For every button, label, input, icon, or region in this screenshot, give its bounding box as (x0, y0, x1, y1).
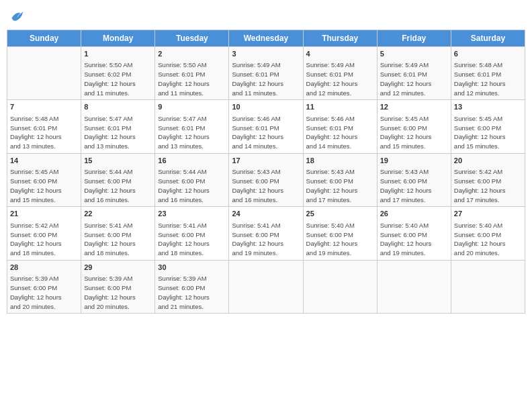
logo (7, 7, 28, 26)
weekday-header-cell: Friday (377, 30, 451, 47)
day-info: Sunrise: 5:50 AM Sunset: 6:01 PM Dayligh… (158, 60, 226, 97)
day-number: 2 (158, 49, 226, 59)
day-number: 25 (306, 209, 374, 219)
calendar-day-cell: 2Sunrise: 5:50 AM Sunset: 6:01 PM Daylig… (155, 47, 229, 100)
day-number: 12 (380, 102, 448, 112)
day-number: 9 (158, 102, 226, 112)
day-info: Sunrise: 5:47 AM Sunset: 6:01 PM Dayligh… (158, 114, 226, 151)
day-info: Sunrise: 5:49 AM Sunset: 6:01 PM Dayligh… (232, 60, 300, 97)
calendar-day-cell: 19Sunrise: 5:43 AM Sunset: 6:00 PM Dayli… (377, 153, 451, 206)
day-info: Sunrise: 5:41 AM Sunset: 6:00 PM Dayligh… (84, 221, 152, 258)
day-number: 18 (306, 156, 374, 166)
calendar-day-cell: 3Sunrise: 5:49 AM Sunset: 6:01 PM Daylig… (229, 47, 303, 100)
day-info: Sunrise: 5:45 AM Sunset: 6:00 PM Dayligh… (380, 114, 448, 151)
day-info: Sunrise: 5:46 AM Sunset: 6:01 PM Dayligh… (306, 114, 374, 151)
calendar-day-cell: 18Sunrise: 5:43 AM Sunset: 6:00 PM Dayli… (303, 153, 377, 206)
calendar-day-cell: 28Sunrise: 5:39 AM Sunset: 6:00 PM Dayli… (7, 260, 81, 313)
calendar-week-row: 1Sunrise: 5:50 AM Sunset: 6:02 PM Daylig… (7, 47, 525, 100)
weekday-header-cell: Wednesday (229, 30, 303, 47)
day-info: Sunrise: 5:39 AM Sunset: 6:00 PM Dayligh… (10, 274, 78, 311)
day-info: Sunrise: 5:45 AM Sunset: 6:00 PM Dayligh… (454, 114, 522, 151)
day-info: Sunrise: 5:41 AM Sunset: 6:00 PM Dayligh… (158, 221, 226, 258)
calendar-day-cell: 15Sunrise: 5:44 AM Sunset: 6:00 PM Dayli… (81, 153, 155, 206)
calendar-day-cell: 12Sunrise: 5:45 AM Sunset: 6:00 PM Dayli… (377, 100, 451, 153)
day-number: 1 (84, 49, 152, 59)
weekday-header-cell: Monday (81, 30, 155, 47)
calendar-day-cell: 27Sunrise: 5:40 AM Sunset: 6:00 PM Dayli… (451, 207, 525, 260)
day-number: 30 (158, 263, 226, 273)
day-number: 6 (454, 49, 522, 59)
day-info: Sunrise: 5:39 AM Sunset: 6:00 PM Dayligh… (158, 274, 226, 311)
calendar-day-cell (303, 260, 377, 313)
day-number: 13 (454, 102, 522, 112)
day-info: Sunrise: 5:40 AM Sunset: 6:00 PM Dayligh… (454, 221, 522, 258)
calendar-day-cell: 23Sunrise: 5:41 AM Sunset: 6:00 PM Dayli… (155, 207, 229, 260)
calendar-day-cell: 17Sunrise: 5:43 AM Sunset: 6:00 PM Dayli… (229, 153, 303, 206)
day-info: Sunrise: 5:49 AM Sunset: 6:01 PM Dayligh… (380, 60, 448, 97)
calendar-week-row: 14Sunrise: 5:45 AM Sunset: 6:00 PM Dayli… (7, 153, 525, 206)
weekday-header-cell: Saturday (451, 30, 525, 47)
calendar-day-cell: 24Sunrise: 5:41 AM Sunset: 6:00 PM Dayli… (229, 207, 303, 260)
calendar-table: SundayMondayTuesdayWednesdayThursdayFrid… (7, 30, 525, 314)
day-info: Sunrise: 5:50 AM Sunset: 6:02 PM Dayligh… (84, 60, 152, 97)
day-info: Sunrise: 5:39 AM Sunset: 6:00 PM Dayligh… (84, 274, 152, 311)
calendar-day-cell: 8Sunrise: 5:47 AM Sunset: 6:01 PM Daylig… (81, 100, 155, 153)
weekday-header-cell: Tuesday (155, 30, 229, 47)
day-info: Sunrise: 5:40 AM Sunset: 6:00 PM Dayligh… (306, 221, 374, 258)
day-info: Sunrise: 5:43 AM Sunset: 6:00 PM Dayligh… (306, 167, 374, 204)
day-number: 27 (454, 209, 522, 219)
calendar-day-cell: 22Sunrise: 5:41 AM Sunset: 6:00 PM Dayli… (81, 207, 155, 260)
calendar-day-cell: 20Sunrise: 5:42 AM Sunset: 6:00 PM Dayli… (451, 153, 525, 206)
day-number: 7 (10, 102, 78, 112)
day-number: 14 (10, 156, 78, 166)
calendar-day-cell: 25Sunrise: 5:40 AM Sunset: 6:00 PM Dayli… (303, 207, 377, 260)
calendar-day-cell: 6Sunrise: 5:48 AM Sunset: 6:01 PM Daylig… (451, 47, 525, 100)
day-info: Sunrise: 5:41 AM Sunset: 6:00 PM Dayligh… (232, 221, 300, 258)
calendar-day-cell: 4Sunrise: 5:49 AM Sunset: 6:01 PM Daylig… (303, 47, 377, 100)
day-number: 4 (306, 49, 374, 59)
day-number: 11 (306, 102, 374, 112)
calendar-day-cell: 13Sunrise: 5:45 AM Sunset: 6:00 PM Dayli… (451, 100, 525, 153)
calendar-day-cell: 14Sunrise: 5:45 AM Sunset: 6:00 PM Dayli… (7, 153, 81, 206)
day-number: 17 (232, 156, 300, 166)
calendar-week-row: 28Sunrise: 5:39 AM Sunset: 6:00 PM Dayli… (7, 260, 525, 313)
day-number: 5 (380, 49, 448, 59)
calendar-header: SundayMondayTuesdayWednesdayThursdayFrid… (7, 30, 525, 47)
day-info: Sunrise: 5:43 AM Sunset: 6:00 PM Dayligh… (232, 167, 300, 204)
day-info: Sunrise: 5:46 AM Sunset: 6:01 PM Dayligh… (232, 114, 300, 151)
calendar-day-cell: 29Sunrise: 5:39 AM Sunset: 6:00 PM Dayli… (81, 260, 155, 313)
calendar-day-cell: 7Sunrise: 5:48 AM Sunset: 6:01 PM Daylig… (7, 100, 81, 153)
day-number: 22 (84, 209, 152, 219)
day-info: Sunrise: 5:42 AM Sunset: 6:00 PM Dayligh… (454, 167, 522, 204)
calendar-body: 1Sunrise: 5:50 AM Sunset: 6:02 PM Daylig… (7, 47, 525, 314)
day-info: Sunrise: 5:48 AM Sunset: 6:01 PM Dayligh… (454, 60, 522, 97)
day-number: 15 (84, 156, 152, 166)
calendar-day-cell: 9Sunrise: 5:47 AM Sunset: 6:01 PM Daylig… (155, 100, 229, 153)
day-info: Sunrise: 5:42 AM Sunset: 6:00 PM Dayligh… (10, 221, 78, 258)
day-info: Sunrise: 5:47 AM Sunset: 6:01 PM Dayligh… (84, 114, 152, 151)
day-number: 24 (232, 209, 300, 219)
calendar-day-cell: 26Sunrise: 5:40 AM Sunset: 6:00 PM Dayli… (377, 207, 451, 260)
calendar-day-cell (7, 47, 81, 100)
day-number: 23 (158, 209, 226, 219)
page-header (7, 7, 525, 26)
weekday-header-cell: Thursday (303, 30, 377, 47)
day-number: 28 (10, 263, 78, 273)
calendar-week-row: 7Sunrise: 5:48 AM Sunset: 6:01 PM Daylig… (7, 100, 525, 153)
day-number: 26 (380, 209, 448, 219)
day-number: 8 (84, 102, 152, 112)
calendar-day-cell: 21Sunrise: 5:42 AM Sunset: 6:00 PM Dayli… (7, 207, 81, 260)
calendar-day-cell: 16Sunrise: 5:44 AM Sunset: 6:00 PM Dayli… (155, 153, 229, 206)
calendar-day-cell (451, 260, 525, 313)
day-number: 29 (84, 263, 152, 273)
day-info: Sunrise: 5:48 AM Sunset: 6:01 PM Dayligh… (10, 114, 78, 151)
day-info: Sunrise: 5:44 AM Sunset: 6:00 PM Dayligh… (158, 167, 226, 204)
day-number: 16 (158, 156, 226, 166)
day-info: Sunrise: 5:43 AM Sunset: 6:00 PM Dayligh… (380, 167, 448, 204)
weekday-header-row: SundayMondayTuesdayWednesdayThursdayFrid… (7, 30, 525, 47)
day-info: Sunrise: 5:40 AM Sunset: 6:00 PM Dayligh… (380, 221, 448, 258)
day-number: 21 (10, 209, 78, 219)
day-number: 20 (454, 156, 522, 166)
weekday-header-cell: Sunday (7, 30, 81, 47)
logo-icon (7, 7, 26, 26)
